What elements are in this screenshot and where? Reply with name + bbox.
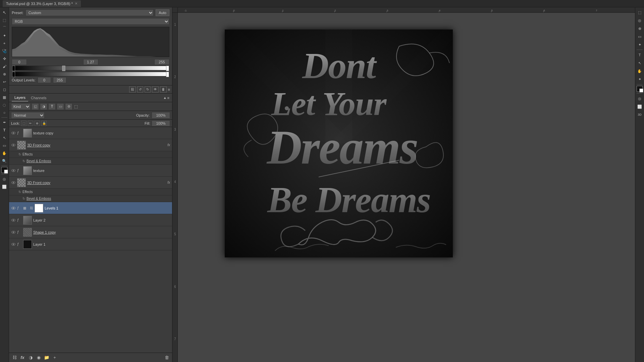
right-tool-7[interactable]: ↖ bbox=[636, 59, 643, 67]
layers-panel-menu[interactable]: ≡ bbox=[167, 96, 169, 100]
layer-item[interactable]: ƒ texture bbox=[9, 165, 172, 177]
layer-item[interactable]: ƒ texture copy bbox=[9, 127, 172, 139]
white-handle[interactable] bbox=[166, 66, 169, 71]
lock-transparent-btn[interactable]: ⬚ bbox=[21, 121, 26, 126]
add-layer-btn[interactable]: + bbox=[51, 354, 58, 361]
tool-magic-wand[interactable]: ✦ bbox=[1, 32, 8, 39]
input-white-field[interactable] bbox=[154, 59, 169, 65]
layer-visibility-eye[interactable] bbox=[11, 218, 16, 223]
opacity-input[interactable] bbox=[152, 112, 170, 119]
filter-pixel-btn[interactable]: ◱ bbox=[32, 103, 39, 110]
layer-item[interactable]: 3D Front copy fx bbox=[9, 139, 172, 151]
tool-hand[interactable]: ✋ bbox=[1, 149, 8, 157]
channel-select[interactable]: RGB bbox=[12, 18, 169, 25]
layer-visibility-eye[interactable] bbox=[11, 143, 16, 147]
right-tool-4[interactable]: ▭ bbox=[636, 33, 643, 40]
tool-history[interactable]: ↩ bbox=[1, 78, 8, 85]
lock-image-btn[interactable]: ✏ bbox=[28, 121, 33, 126]
right-tool-1[interactable]: ⬚ bbox=[636, 9, 643, 16]
tool-blur[interactable]: ◌ bbox=[1, 101, 8, 109]
add-style-btn[interactable]: fx bbox=[19, 354, 26, 361]
filter-more-btn[interactable]: ⬚ bbox=[74, 104, 78, 109]
tool-dodge[interactable]: ○ bbox=[1, 109, 8, 116]
link-layers-btn[interactable]: ⛓ bbox=[11, 354, 18, 361]
input-mid-field[interactable] bbox=[83, 59, 98, 65]
tool-clone[interactable]: ⊕ bbox=[1, 70, 8, 78]
tool-move[interactable]: ↖ bbox=[1, 9, 8, 16]
right-tool-2[interactable]: ◎ bbox=[636, 17, 643, 24]
tool-brush[interactable]: 🖌 bbox=[1, 63, 8, 70]
panel-menu-btn[interactable]: ≡ bbox=[168, 87, 170, 92]
tool-crop[interactable]: ⌖ bbox=[1, 40, 8, 47]
right-3d-btn[interactable]: 3D bbox=[636, 111, 643, 118]
kind-select[interactable]: Kind bbox=[11, 103, 31, 110]
layer-visibility-eye[interactable] bbox=[11, 230, 16, 235]
layers-tab[interactable]: Layers bbox=[12, 94, 28, 102]
document-tab[interactable]: Tutorial.psd @ 33.3% (Layer 3, RGB/8) * … bbox=[3, 0, 81, 7]
output-white-field[interactable] bbox=[53, 77, 66, 83]
panel-icon-refresh[interactable]: ↻ bbox=[145, 86, 151, 93]
add-adj-btn[interactable]: ◉ bbox=[35, 354, 42, 361]
panel-icon-trash[interactable]: 🗑 bbox=[160, 86, 167, 93]
layer-item-layer2[interactable]: ƒ Layer 2 bbox=[9, 214, 172, 226]
panel-icon-rotate[interactable]: ↺ bbox=[137, 86, 143, 93]
add-mask-btn[interactable]: ◑ bbox=[27, 354, 34, 361]
filter-shape-btn[interactable]: ▭ bbox=[57, 103, 64, 110]
tool-zoom[interactable]: 🔍 bbox=[1, 157, 8, 165]
layer-visibility-eye[interactable] bbox=[11, 168, 16, 173]
right-tool-5[interactable]: ✦ bbox=[636, 41, 643, 48]
tool-gradient[interactable]: ▦ bbox=[1, 94, 8, 101]
layer-item[interactable]: 3D Front copy fx bbox=[9, 177, 172, 189]
output-white-handle[interactable] bbox=[166, 72, 169, 77]
foreground-color[interactable] bbox=[1, 167, 7, 173]
tool-text[interactable]: T bbox=[1, 126, 8, 134]
color-swatch-fg[interactable] bbox=[637, 86, 643, 92]
tool-eraser[interactable]: ◻ bbox=[1, 86, 8, 93]
right-tool-9[interactable]: ✦ bbox=[636, 75, 643, 83]
lock-all-btn[interactable]: 🔒 bbox=[41, 121, 47, 126]
filter-type-btn[interactable]: T bbox=[48, 103, 56, 110]
tool-shape[interactable]: ▭ bbox=[1, 142, 8, 149]
output-gradient-slider[interactable] bbox=[12, 72, 169, 76]
right-tool-6[interactable]: T bbox=[636, 51, 643, 59]
close-icon[interactable]: ✕ bbox=[75, 2, 77, 5]
auto-button[interactable]: Auto bbox=[156, 9, 169, 16]
tool-select-rect[interactable]: ⬚ bbox=[1, 16, 8, 24]
right-tool-8[interactable]: ✋ bbox=[636, 67, 643, 75]
delete-layer-btn[interactable]: 🗑 bbox=[163, 354, 170, 361]
fill-input[interactable] bbox=[152, 120, 170, 126]
layers-panel-collapse[interactable]: ▲ bbox=[163, 96, 167, 100]
output-black-handle[interactable] bbox=[12, 72, 15, 77]
right-screen-mode[interactable]: ⬜ bbox=[636, 103, 643, 110]
filter-adj-btn[interactable]: ◑ bbox=[40, 103, 47, 110]
screen-mode-btn[interactable]: ⬜ bbox=[1, 183, 8, 190]
layer-item-levels[interactable]: ƒ ▦ ⛓ Levels 1 bbox=[9, 202, 172, 214]
layer-visibility-eye[interactable] bbox=[11, 180, 16, 185]
right-quick-mask[interactable]: ◎ bbox=[636, 95, 643, 102]
tool-pen[interactable]: ✒ bbox=[1, 119, 8, 126]
canvas-viewport[interactable]: Dont Let Your Dreams bbox=[178, 13, 635, 362]
tool-path-select[interactable]: ↖ bbox=[1, 134, 8, 141]
channels-tab[interactable]: Channels bbox=[28, 95, 49, 101]
right-tool-3[interactable]: ⊕ bbox=[636, 25, 643, 32]
panel-icon-link[interactable]: ⛓ bbox=[129, 86, 136, 93]
layer-visibility-eye[interactable] bbox=[11, 242, 16, 247]
mid-handle[interactable] bbox=[62, 66, 65, 71]
blend-mode-select[interactable]: Normal bbox=[11, 112, 45, 119]
tool-eyedropper[interactable]: 🩺 bbox=[1, 47, 8, 55]
preset-select[interactable]: Custom bbox=[25, 9, 154, 16]
panel-icon-eye[interactable]: 👁 bbox=[152, 86, 159, 93]
tool-lasso[interactable]: ⌒ bbox=[1, 24, 8, 32]
add-group-btn[interactable]: 📁 bbox=[43, 354, 50, 361]
layer-item-layer1[interactable]: ƒ Layer 1 bbox=[9, 238, 172, 250]
layer-visibility-eye[interactable] bbox=[11, 131, 16, 135]
layer-visibility-eye[interactable] bbox=[11, 206, 16, 210]
input-gradient-slider[interactable] bbox=[12, 66, 169, 70]
black-handle[interactable] bbox=[12, 66, 15, 71]
lock-move-btn[interactable]: ⊕ bbox=[35, 121, 40, 126]
quick-mask-btn[interactable]: ◎ bbox=[1, 175, 8, 183]
input-black-field[interactable] bbox=[12, 59, 27, 65]
filter-smart-btn[interactable]: ⚙ bbox=[65, 103, 72, 110]
layer-item-shape[interactable]: ƒ Shape 1 copy bbox=[9, 226, 172, 238]
tool-spot-heal[interactable]: ✜ bbox=[1, 55, 8, 62]
